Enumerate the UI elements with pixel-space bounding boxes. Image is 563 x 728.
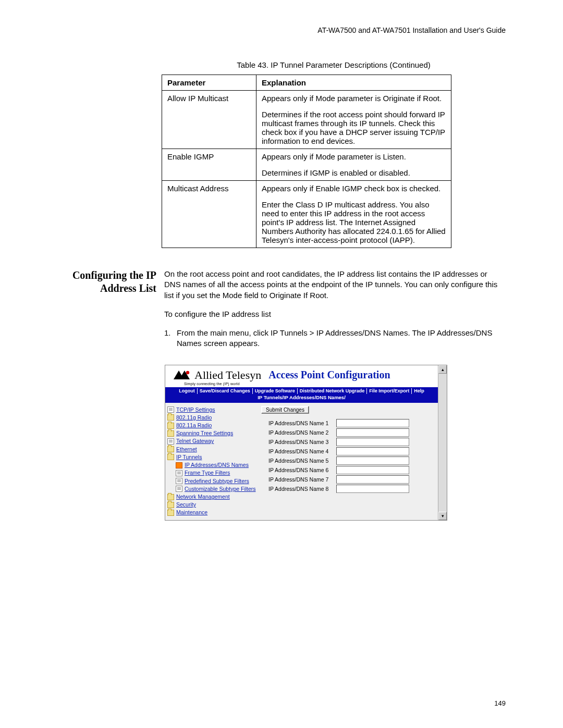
th-explanation: Explanation	[256, 75, 451, 91]
field-row: IP Address/DNS Name 7	[261, 475, 434, 484]
doc-icon	[167, 438, 174, 445]
doc-header: AT-WA7500 and AT-WA7501 Installation and…	[68, 26, 506, 34]
step-number: 1.	[164, 328, 177, 349]
field-row: IP Address/DNS Name 1	[261, 419, 434, 427]
table-row: Enable IGMP Appears only if Mode paramet…	[162, 149, 451, 181]
nav-link[interactable]: Frame Type Filters	[185, 469, 230, 477]
field-label: IP Address/DNS Name 5	[261, 458, 333, 464]
field-label: IP Address/DNS Name 8	[261, 486, 333, 492]
ip-dns-input-7[interactable]	[336, 475, 409, 484]
table-row: Multicast Address Appears only if Enable…	[162, 181, 451, 248]
nav-link[interactable]: Security	[176, 501, 196, 509]
doc-icon	[167, 406, 174, 413]
doc-icon	[176, 486, 182, 492]
nav-link[interactable]: 802.11g Radio	[176, 414, 212, 422]
nav-link[interactable]: Spanning Tree Settings	[176, 429, 233, 437]
ip-dns-input-6[interactable]	[336, 466, 409, 474]
orange-icon	[176, 462, 182, 468]
folder-icon	[167, 414, 174, 421]
nav-item[interactable]: IP Addresses/DNS Names	[167, 461, 255, 469]
menu-upgrade-software[interactable]: Upgrade Software	[253, 388, 298, 394]
table-row: Allow IP Multicast Appears only if Mode …	[162, 91, 451, 149]
param-cell: Multicast Address	[162, 181, 256, 248]
section-heading: Configuring the IP Address List	[68, 269, 164, 354]
nav-item[interactable]: 802.11a Radio	[167, 422, 255, 429]
expl-text: Appears only if Mode parameter is Listen…	[262, 152, 446, 161]
nav-item[interactable]: Ethernet	[167, 446, 255, 453]
nav-link[interactable]: Telnet Gateway	[176, 437, 214, 445]
nav-item[interactable]: Telnet Gateway	[167, 437, 255, 445]
field-label: IP Address/DNS Name 1	[261, 420, 333, 426]
folder-icon	[167, 446, 174, 452]
svg-point-2	[186, 371, 189, 374]
nav-link[interactable]: IP Tunnels	[176, 453, 202, 461]
brand-text: Allied Telesyn	[194, 368, 261, 382]
expl-text: Appears only if Mode parameter is Origin…	[262, 94, 446, 103]
nav-link[interactable]: IP Addresses/DNS Names	[185, 461, 249, 469]
scrollbar[interactable]: ▴ ▾	[438, 365, 447, 520]
folder-icon	[167, 494, 174, 500]
ip-dns-input-1[interactable]	[336, 419, 409, 427]
nav-link[interactable]: Network Management	[176, 493, 230, 501]
param-cell: Enable IGMP	[162, 149, 256, 181]
nav-link[interactable]: Predefined Subtype Filters	[185, 477, 249, 485]
app-content: Submit Changes IP Address/DNS Name 1IP A…	[257, 403, 438, 520]
page-number: 149	[494, 699, 506, 707]
nav-link[interactable]: TCP/IP Settings	[176, 406, 215, 414]
menu-help[interactable]: Help	[412, 388, 426, 394]
field-row: IP Address/DNS Name 5	[261, 456, 434, 465]
doc-icon	[176, 478, 182, 484]
param-cell: Allow IP Multicast	[162, 91, 256, 149]
app-title: Access Point Configuration	[268, 369, 390, 381]
field-label: IP Address/DNS Name 6	[261, 467, 333, 473]
menu-distributed-upgrade[interactable]: Distributed Network Upgrade	[298, 388, 368, 394]
scroll-up-button[interactable]: ▴	[438, 365, 447, 374]
nav-link[interactable]: 802.11a Radio	[176, 422, 212, 429]
brand-tagline: Simply connecting the (IP) world	[165, 382, 438, 386]
ip-dns-input-4[interactable]	[336, 447, 409, 455]
nav-item[interactable]: Network Management	[167, 493, 255, 501]
ip-dns-input-3[interactable]	[336, 438, 409, 446]
field-row: IP Address/DNS Name 2	[261, 428, 434, 437]
folder-icon	[167, 454, 174, 460]
app-screenshot: Allied Telesyn Access Point Configuratio…	[165, 365, 447, 521]
doc-icon	[176, 470, 182, 476]
nav-item[interactable]: Customizable Subtype Filters	[167, 485, 255, 493]
field-row: IP Address/DNS Name 6	[261, 466, 434, 474]
nav-item[interactable]: Spanning Tree Settings	[167, 429, 255, 437]
menu-logout[interactable]: Logout	[177, 388, 198, 394]
nav-item[interactable]: Security	[167, 501, 255, 509]
nav-link[interactable]: Ethernet	[176, 446, 197, 453]
field-label: IP Address/DNS Name 7	[261, 476, 333, 483]
nav-item[interactable]: TCP/IP Settings	[167, 406, 255, 414]
field-label: IP Address/DNS Name 2	[261, 429, 333, 436]
scroll-down-button[interactable]: ▾	[438, 512, 447, 520]
nav-item[interactable]: Frame Type Filters	[167, 469, 255, 477]
nav-item[interactable]: IP Tunnels	[167, 453, 255, 461]
body-para: To configure the IP address list	[164, 309, 506, 319]
nav-item[interactable]: Predefined Subtype Filters	[167, 477, 255, 485]
field-row: IP Address/DNS Name 3	[261, 438, 434, 446]
field-label: IP Address/DNS Name 3	[261, 439, 333, 445]
nav-link[interactable]: Customizable Subtype Filters	[185, 485, 256, 493]
expl-text: Determines if the root access point shou…	[262, 110, 446, 145]
ip-dns-input-8[interactable]	[336, 485, 409, 493]
menu-file-import-export[interactable]: File Import/Export	[367, 388, 412, 394]
expl-cell: Appears only if Mode parameter is Listen…	[256, 149, 451, 181]
menu-save-discard[interactable]: Save/Discard Changes	[198, 388, 253, 394]
expl-text: Enter the Class D IP multicast address. …	[262, 200, 446, 244]
th-parameter: Parameter	[162, 75, 256, 91]
submit-changes-button[interactable]: Submit Changes	[261, 406, 309, 414]
field-row: IP Address/DNS Name 8	[261, 485, 434, 493]
app-nav: TCP/IP Settings802.11g Radio802.11a Radi…	[165, 403, 257, 520]
folder-icon	[167, 510, 174, 516]
ip-dns-input-5[interactable]	[336, 456, 409, 465]
field-label: IP Address/DNS Name 4	[261, 448, 333, 454]
brand-logo	[174, 371, 190, 380]
ip-dns-input-2[interactable]	[336, 428, 409, 437]
nav-item[interactable]: 802.11g Radio	[167, 414, 255, 422]
expl-cell: Appears only if Mode parameter is Origin…	[256, 91, 451, 149]
nav-item[interactable]: Maintenance	[167, 509, 255, 516]
body-para: On the root access point and root candid…	[164, 269, 506, 301]
nav-link[interactable]: Maintenance	[176, 509, 207, 516]
